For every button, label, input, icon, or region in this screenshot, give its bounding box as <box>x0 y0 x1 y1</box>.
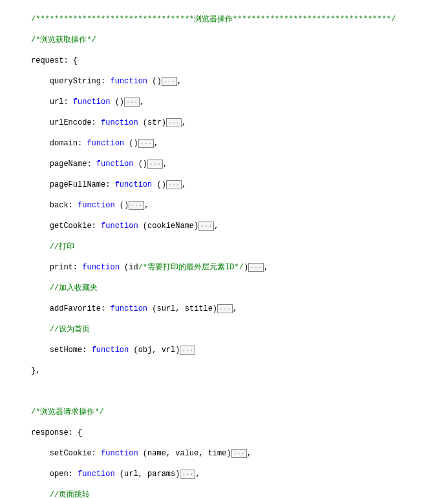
prop-getcookie: getCookie: <box>50 222 101 231</box>
fold-icon[interactable]: ... <box>248 263 264 272</box>
fold-icon[interactable]: ... <box>166 118 182 127</box>
comment: /*浏览获取操作*/ <box>31 36 96 45</box>
fold-icon[interactable]: ... <box>217 304 233 313</box>
comma: , <box>140 98 144 107</box>
keyword-function: function <box>82 263 120 272</box>
params: () <box>133 160 147 169</box>
prop-print: print: <box>50 263 82 272</box>
obj-open: response: { <box>31 428 82 437</box>
keyword-function: function <box>110 304 147 313</box>
params: () <box>147 77 162 86</box>
prop-pagename: pageName: <box>50 160 96 169</box>
keyword-function: function <box>115 180 153 189</box>
comma: , <box>247 449 251 458</box>
fold-icon[interactable]: ... <box>124 98 140 107</box>
keyword-function: function <box>92 346 129 355</box>
params: () <box>115 201 129 210</box>
params: (url, params) <box>115 470 180 479</box>
comma: , <box>177 77 182 86</box>
comma: , <box>163 160 167 169</box>
fold-icon[interactable]: ... <box>162 77 177 86</box>
prop-pagefullname: pageFullName: <box>50 180 115 189</box>
obj-open: request: { <box>31 56 78 65</box>
keyword-function: function <box>78 470 115 479</box>
fold-icon[interactable]: ... <box>147 160 163 169</box>
comma: , <box>154 139 158 148</box>
prop-addfavorite: addFavorite: <box>50 304 111 313</box>
params: (cookieName) <box>138 222 199 231</box>
prop-setcookie: setCookie: <box>50 449 101 458</box>
prop-sethome: setHome: <box>50 346 92 355</box>
params: (obj, vrl) <box>129 346 180 355</box>
keyword-function: function <box>101 118 138 127</box>
params: (name, value, time) <box>138 449 231 458</box>
comma: , <box>264 263 268 272</box>
comma: , <box>195 470 200 479</box>
prop-domain: domain: <box>50 139 87 148</box>
params: () <box>124 139 138 148</box>
keyword-function: function <box>101 449 138 458</box>
params: (id <box>120 263 138 272</box>
keyword-function: function <box>101 222 138 231</box>
prop-open: open: <box>50 470 78 479</box>
fold-icon[interactable]: ... <box>138 139 154 148</box>
params: (surl, stitle) <box>147 304 217 313</box>
keyword-function: function <box>110 77 147 86</box>
comma: , <box>233 304 237 313</box>
fold-icon[interactable]: ... <box>180 346 195 355</box>
keyword-function: function <box>87 139 124 148</box>
params: (str) <box>138 118 166 127</box>
comment: //设为首页 <box>50 325 90 334</box>
comment-divider: /**********************************浏览器操作… <box>31 15 396 24</box>
fold-icon[interactable]: ... <box>198 222 214 231</box>
comment-inline: /*需要打印的最外层元素ID*/ <box>138 263 244 272</box>
fold-icon[interactable]: ... <box>180 470 195 479</box>
code-block: /**********************************浏览器操作… <box>31 4 448 498</box>
prop-back: back: <box>50 201 78 210</box>
comma: , <box>182 180 186 189</box>
fold-icon[interactable]: ... <box>166 180 182 189</box>
comma: , <box>144 201 149 210</box>
prop-url: url: <box>50 98 73 107</box>
obj-close: }, <box>31 366 40 375</box>
params: () <box>110 98 124 107</box>
keyword-function: function <box>78 201 115 210</box>
params: () <box>152 180 166 189</box>
keyword-function: function <box>96 160 134 169</box>
comma: , <box>214 222 219 231</box>
fold-icon[interactable]: ... <box>231 449 247 458</box>
params-close: ) <box>244 263 248 272</box>
fold-icon[interactable]: ... <box>129 201 144 210</box>
prop-querystring: queryString: <box>50 77 111 86</box>
comment: /*浏览器请求操作*/ <box>31 408 104 417</box>
keyword-function: function <box>73 98 111 107</box>
comma: , <box>182 118 186 127</box>
comment: //页面跳转 <box>50 490 90 498</box>
comment: //加入收藏夹 <box>50 284 98 293</box>
prop-urlencode: urlEncode: <box>50 118 101 127</box>
comment: //打印 <box>50 242 74 251</box>
